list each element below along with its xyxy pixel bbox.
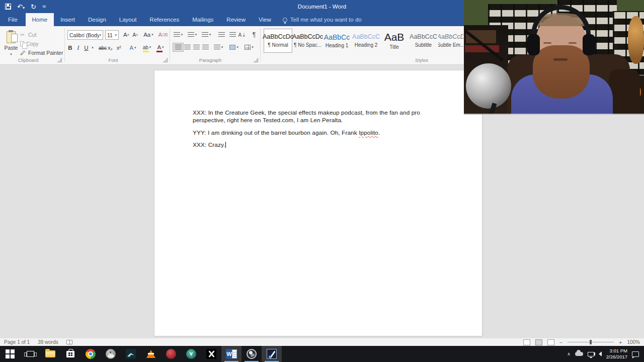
highlight-color-bar [143,51,149,52]
read-mode-icon[interactable] [523,339,530,345]
cut-button[interactable]: Cut [20,31,36,39]
tab-view[interactable]: View [252,13,278,26]
paragraph-2[interactable]: YYY: I am drinking out of the barrel bou… [193,129,446,137]
decrease-indent-button[interactable] [216,30,227,39]
start-button[interactable] [0,346,20,362]
headphone-earcup [527,34,540,55]
vlc-icon [146,350,155,358]
zoom-in-button[interactable]: + [619,339,622,345]
style-title[interactable]: AaB Title [380,29,409,53]
copy-button[interactable]: Copy [20,40,39,48]
document-page[interactable]: XXX: In the Creature Geek, the special e… [154,70,482,336]
zoom-out-button[interactable]: − [559,339,562,345]
font-family-combo[interactable]: Calibri (Body) ▾ [67,30,103,40]
taskbar-red-app[interactable] [161,346,181,362]
line-spacing-icon [214,45,220,50]
grow-font-button[interactable]: A˄ [122,30,130,39]
taskbar-green-app[interactable] [181,346,201,362]
tab-insert[interactable]: Insert [54,13,82,26]
font-dialog-launcher-icon[interactable] [163,58,168,62]
decrease-indent-icon [218,32,225,38]
justify-icon [202,45,209,50]
tab-references[interactable]: References [143,13,186,26]
underline-button[interactable]: U [83,43,90,52]
format-painter-icon [20,50,26,56]
tab-design[interactable]: Design [82,13,113,26]
bullets-button[interactable]: ▾ [173,30,184,39]
taskbar-vlc[interactable] [141,346,161,362]
format-painter-button[interactable]: Format Painter [20,49,63,57]
numbering-button[interactable]: ▾ [187,30,198,39]
clipboard-dialog-launcher-icon[interactable] [57,58,62,62]
taskbar-gimp[interactable] [101,346,121,362]
taskbar-obs[interactable] [242,346,262,362]
taskbar-chrome[interactable] [80,346,101,362]
taskbar-clock[interactable]: 3:01 PM 2/26/2017 [606,348,627,360]
superscript-button[interactable]: x² [115,43,123,52]
subscript-button[interactable]: x₂ [106,43,114,52]
taskbar-file-explorer[interactable] [40,346,60,362]
justify-button[interactable] [200,43,211,52]
orange-figure [628,16,644,64]
image-editor-icon [267,349,277,359]
show-hide-pilcrow-button[interactable]: ¶ [249,30,260,39]
highlight-color-button[interactable]: ab ▾ [140,43,153,52]
cloud-tray-icon[interactable] [575,352,583,356]
print-layout-icon[interactable] [535,339,542,345]
page-indicator[interactable]: Page 1 of 1 [4,339,30,345]
tell-me-box[interactable]: Tell me what you want to do [278,13,367,26]
change-case-button[interactable]: Aa▾ [143,30,154,39]
text-effects-button[interactable]: A▾ [127,43,139,52]
shading-button[interactable]: ▾ [227,43,240,52]
zoom-level[interactable]: 100% [627,339,640,345]
action-center-icon[interactable] [632,351,639,357]
zoom-slider[interactable] [568,342,614,342]
taskbar-word[interactable]: W [221,346,242,362]
word-count[interactable]: 39 words [38,339,58,345]
style-subtle-emphasis[interactable]: AaBbCcD Subtle Em... [438,29,463,53]
taskbar-teal-app[interactable] [121,346,141,362]
shading-icon [229,45,235,50]
task-view-button[interactable] [20,346,40,362]
style-normal[interactable]: AaBbCcDc ¶ Normal [264,29,292,53]
style-heading1[interactable]: AaBbCc Heading 1 [323,29,351,53]
underline-caret-icon[interactable]: ▾ [90,43,94,52]
tray-expand-icon[interactable]: ∧ [567,351,571,356]
line-spacing-button[interactable]: ▾ [212,43,225,52]
borders-button[interactable]: ▾ [243,43,256,52]
volume-icon[interactable] [599,351,602,356]
paragraph-3[interactable]: XXX: Crazy. [193,141,446,149]
bold-button[interactable]: B [67,43,73,52]
document-text[interactable]: XXX: In the Creature Geek, the special e… [193,109,446,153]
proofing-errors-icon[interactable] [66,340,72,344]
shrink-font-button[interactable]: A˅ [131,30,139,39]
windows-logo-icon [6,349,15,358]
font-color-button[interactable]: A ▾ [154,43,167,52]
italic-button[interactable]: I [75,43,81,52]
misspelled-word[interactable]: Ippolito [359,129,378,136]
tab-review[interactable]: Review [220,13,252,26]
style-no-spacing[interactable]: AaBbCcDc ¶ No Spac... [293,29,322,53]
taskbar-store[interactable] [60,346,80,362]
paste-caret-icon: ▾ [10,52,12,56]
tab-mailings[interactable]: Mailings [186,13,220,26]
paste-button[interactable]: Paste ▾ [3,29,19,60]
clear-formatting-button[interactable]: A⌫ [159,30,167,39]
web-layout-icon[interactable] [547,339,554,345]
style-subtitle[interactable]: AaBbCcC Subtitle [409,29,438,53]
paragraph-1[interactable]: XXX: In the Creature Geek, the special e… [193,109,446,125]
multilevel-list-button[interactable]: ▾ [201,30,212,39]
font-size-combo[interactable]: 11 ▾ [105,30,119,40]
paragraph-dialog-launcher-icon[interactable] [254,58,258,62]
change-case-caret-icon: ▾ [151,33,153,37]
taskbar-image-editor[interactable] [262,346,282,362]
taskbar-fan-app[interactable] [201,346,221,362]
tab-file[interactable]: File [0,13,26,26]
zoom-slider-thumb[interactable] [590,340,592,344]
tab-layout[interactable]: Layout [113,13,143,26]
style-heading2[interactable]: AaBbCcC Heading 2 [352,29,380,53]
sort-button[interactable]: A⇣ [236,30,248,39]
tab-home[interactable]: Home [26,13,54,26]
microphone [466,63,511,109]
align-right-icon [193,45,200,50]
